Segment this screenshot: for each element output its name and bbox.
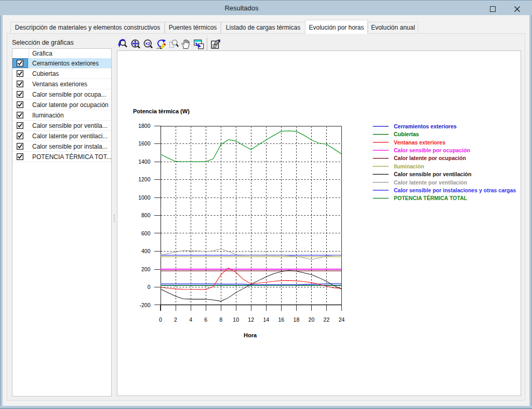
svg-text:6: 6 [204,316,207,323]
svg-text:4: 4 [189,316,192,323]
svg-text:2: 2 [174,316,177,323]
svg-text:1800: 1800 [138,123,151,129]
svg-text:8: 8 [219,316,222,323]
svg-text:0: 0 [148,284,151,290]
svg-text:24: 24 [339,316,345,323]
svg-text:Calor sensible por instalacion: Calor sensible por instalaciones y otras… [394,187,516,193]
svg-text:12: 12 [248,316,254,323]
svg-text:Cubiertas: Cubiertas [394,131,419,137]
svg-text:Calor latente por ocupación: Calor latente por ocupación [394,155,466,161]
svg-text:POTENCIA TÉRMICA TOTAL: POTENCIA TÉRMICA TOTAL [394,195,468,201]
svg-text:Hora: Hora [244,332,257,338]
svg-text:200: 200 [141,266,151,272]
svg-text:Calor sensible por ventilación: Calor sensible por ventilación [394,171,471,177]
svg-text:Calor sensible por ocupación: Calor sensible por ocupación [394,147,470,153]
svg-text:1400: 1400 [138,159,151,165]
svg-text:1600: 1600 [138,140,151,147]
svg-text:Iluminación: Iluminación [394,163,424,169]
svg-text:Calor latente por ventilación: Calor latente por ventilación [394,179,467,186]
svg-text:0: 0 [159,316,162,323]
svg-text:18: 18 [294,316,300,323]
svg-text:800: 800 [141,212,151,218]
svg-text:16: 16 [278,316,284,323]
svg-text:Cerramientos exteriores: Cerramientos exteriores [394,123,457,129]
svg-text:22: 22 [324,316,330,323]
svg-text:1000: 1000 [138,194,151,201]
svg-text:1200: 1200 [138,176,151,182]
svg-text:10: 10 [233,316,239,323]
svg-text:×2: ×2 [145,41,150,46]
svg-text:400: 400 [141,248,151,254]
svg-text:-200: -200 [139,302,150,308]
svg-text:14: 14 [263,316,269,323]
svg-text:600: 600 [141,230,151,236]
svg-text:20: 20 [309,316,315,323]
svg-text:Potencia térmica (W): Potencia térmica (W) [133,108,190,114]
svg-text:Ventanas exteriores: Ventanas exteriores [394,139,445,146]
